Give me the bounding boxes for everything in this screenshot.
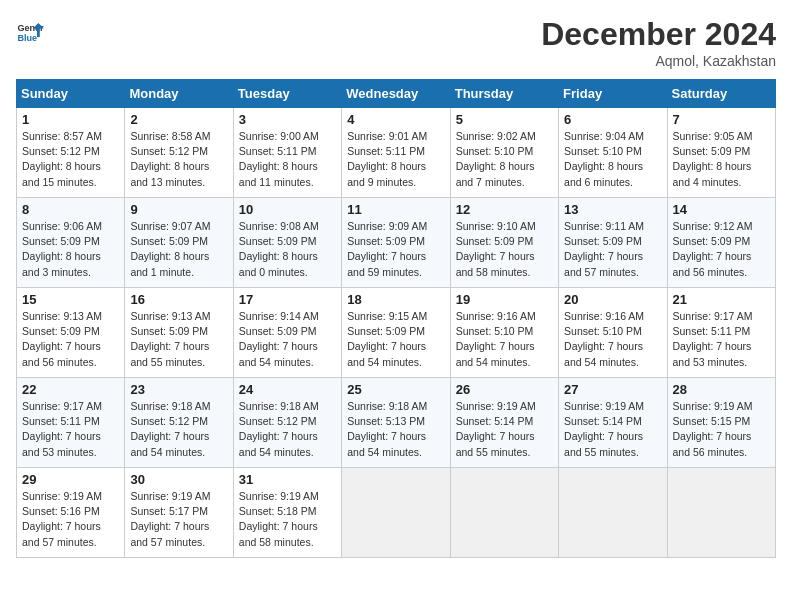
day-number: 2 bbox=[130, 112, 227, 127]
day-number: 13 bbox=[564, 202, 661, 217]
calendar-cell: 15Sunrise: 9:13 AM Sunset: 5:09 PM Dayli… bbox=[17, 288, 125, 378]
cell-info: Sunrise: 8:58 AM Sunset: 5:12 PM Dayligh… bbox=[130, 129, 227, 190]
day-number: 29 bbox=[22, 472, 119, 487]
day-number: 4 bbox=[347, 112, 444, 127]
day-number: 12 bbox=[456, 202, 553, 217]
cell-info: Sunrise: 9:11 AM Sunset: 5:09 PM Dayligh… bbox=[564, 219, 661, 280]
day-number: 23 bbox=[130, 382, 227, 397]
day-number: 9 bbox=[130, 202, 227, 217]
day-number: 5 bbox=[456, 112, 553, 127]
cell-info: Sunrise: 9:16 AM Sunset: 5:10 PM Dayligh… bbox=[564, 309, 661, 370]
cell-info: Sunrise: 9:07 AM Sunset: 5:09 PM Dayligh… bbox=[130, 219, 227, 280]
cell-info: Sunrise: 9:15 AM Sunset: 5:09 PM Dayligh… bbox=[347, 309, 444, 370]
calendar-cell: 27Sunrise: 9:19 AM Sunset: 5:14 PM Dayli… bbox=[559, 378, 667, 468]
calendar-cell: 25Sunrise: 9:18 AM Sunset: 5:13 PM Dayli… bbox=[342, 378, 450, 468]
day-number: 31 bbox=[239, 472, 336, 487]
day-number: 16 bbox=[130, 292, 227, 307]
cell-info: Sunrise: 9:02 AM Sunset: 5:10 PM Dayligh… bbox=[456, 129, 553, 190]
calendar-cell: 5Sunrise: 9:02 AM Sunset: 5:10 PM Daylig… bbox=[450, 108, 558, 198]
day-number: 22 bbox=[22, 382, 119, 397]
day-number: 14 bbox=[673, 202, 770, 217]
page-header: General Blue December 2024 Aqmol, Kazakh… bbox=[16, 16, 776, 69]
calendar-cell: 12Sunrise: 9:10 AM Sunset: 5:09 PM Dayli… bbox=[450, 198, 558, 288]
calendar-body: 1Sunrise: 8:57 AM Sunset: 5:12 PM Daylig… bbox=[17, 108, 776, 558]
calendar-cell bbox=[342, 468, 450, 558]
calendar-cell: 23Sunrise: 9:18 AM Sunset: 5:12 PM Dayli… bbox=[125, 378, 233, 468]
calendar-cell: 7Sunrise: 9:05 AM Sunset: 5:09 PM Daylig… bbox=[667, 108, 775, 198]
cell-info: Sunrise: 9:18 AM Sunset: 5:13 PM Dayligh… bbox=[347, 399, 444, 460]
cell-info: Sunrise: 9:01 AM Sunset: 5:11 PM Dayligh… bbox=[347, 129, 444, 190]
calendar-cell: 21Sunrise: 9:17 AM Sunset: 5:11 PM Dayli… bbox=[667, 288, 775, 378]
calendar-cell: 13Sunrise: 9:11 AM Sunset: 5:09 PM Dayli… bbox=[559, 198, 667, 288]
calendar-cell: 26Sunrise: 9:19 AM Sunset: 5:14 PM Dayli… bbox=[450, 378, 558, 468]
logo-icon: General Blue bbox=[16, 16, 44, 44]
location: Aqmol, Kazakhstan bbox=[541, 53, 776, 69]
calendar-cell: 8Sunrise: 9:06 AM Sunset: 5:09 PM Daylig… bbox=[17, 198, 125, 288]
header-sunday: Sunday bbox=[17, 80, 125, 108]
cell-info: Sunrise: 9:19 AM Sunset: 5:16 PM Dayligh… bbox=[22, 489, 119, 550]
day-number: 11 bbox=[347, 202, 444, 217]
calendar-cell: 31Sunrise: 9:19 AM Sunset: 5:18 PM Dayli… bbox=[233, 468, 341, 558]
cell-info: Sunrise: 9:17 AM Sunset: 5:11 PM Dayligh… bbox=[22, 399, 119, 460]
header-monday: Monday bbox=[125, 80, 233, 108]
day-number: 10 bbox=[239, 202, 336, 217]
calendar-week-4: 29Sunrise: 9:19 AM Sunset: 5:16 PM Dayli… bbox=[17, 468, 776, 558]
calendar-week-1: 8Sunrise: 9:06 AM Sunset: 5:09 PM Daylig… bbox=[17, 198, 776, 288]
calendar-cell: 14Sunrise: 9:12 AM Sunset: 5:09 PM Dayli… bbox=[667, 198, 775, 288]
calendar-week-3: 22Sunrise: 9:17 AM Sunset: 5:11 PM Dayli… bbox=[17, 378, 776, 468]
cell-info: Sunrise: 9:16 AM Sunset: 5:10 PM Dayligh… bbox=[456, 309, 553, 370]
header-friday: Friday bbox=[559, 80, 667, 108]
calendar-cell: 4Sunrise: 9:01 AM Sunset: 5:11 PM Daylig… bbox=[342, 108, 450, 198]
cell-info: Sunrise: 9:10 AM Sunset: 5:09 PM Dayligh… bbox=[456, 219, 553, 280]
calendar-cell: 17Sunrise: 9:14 AM Sunset: 5:09 PM Dayli… bbox=[233, 288, 341, 378]
calendar-cell bbox=[559, 468, 667, 558]
day-number: 15 bbox=[22, 292, 119, 307]
calendar-cell: 3Sunrise: 9:00 AM Sunset: 5:11 PM Daylig… bbox=[233, 108, 341, 198]
day-number: 1 bbox=[22, 112, 119, 127]
cell-info: Sunrise: 9:00 AM Sunset: 5:11 PM Dayligh… bbox=[239, 129, 336, 190]
day-number: 21 bbox=[673, 292, 770, 307]
calendar-table: SundayMondayTuesdayWednesdayThursdayFrid… bbox=[16, 79, 776, 558]
cell-info: Sunrise: 9:17 AM Sunset: 5:11 PM Dayligh… bbox=[673, 309, 770, 370]
cell-info: Sunrise: 9:19 AM Sunset: 5:18 PM Dayligh… bbox=[239, 489, 336, 550]
day-number: 30 bbox=[130, 472, 227, 487]
cell-info: Sunrise: 9:18 AM Sunset: 5:12 PM Dayligh… bbox=[130, 399, 227, 460]
day-number: 7 bbox=[673, 112, 770, 127]
calendar-cell: 11Sunrise: 9:09 AM Sunset: 5:09 PM Dayli… bbox=[342, 198, 450, 288]
cell-info: Sunrise: 9:13 AM Sunset: 5:09 PM Dayligh… bbox=[22, 309, 119, 370]
svg-text:Blue: Blue bbox=[17, 33, 37, 43]
calendar-cell: 20Sunrise: 9:16 AM Sunset: 5:10 PM Dayli… bbox=[559, 288, 667, 378]
cell-info: Sunrise: 9:19 AM Sunset: 5:15 PM Dayligh… bbox=[673, 399, 770, 460]
calendar-cell: 10Sunrise: 9:08 AM Sunset: 5:09 PM Dayli… bbox=[233, 198, 341, 288]
calendar-cell: 22Sunrise: 9:17 AM Sunset: 5:11 PM Dayli… bbox=[17, 378, 125, 468]
day-number: 28 bbox=[673, 382, 770, 397]
calendar-header-row: SundayMondayTuesdayWednesdayThursdayFrid… bbox=[17, 80, 776, 108]
cell-info: Sunrise: 9:05 AM Sunset: 5:09 PM Dayligh… bbox=[673, 129, 770, 190]
logo: General Blue bbox=[16, 16, 44, 44]
cell-info: Sunrise: 9:12 AM Sunset: 5:09 PM Dayligh… bbox=[673, 219, 770, 280]
day-number: 8 bbox=[22, 202, 119, 217]
calendar-cell: 2Sunrise: 8:58 AM Sunset: 5:12 PM Daylig… bbox=[125, 108, 233, 198]
cell-info: Sunrise: 8:57 AM Sunset: 5:12 PM Dayligh… bbox=[22, 129, 119, 190]
calendar-cell: 29Sunrise: 9:19 AM Sunset: 5:16 PM Dayli… bbox=[17, 468, 125, 558]
cell-info: Sunrise: 9:13 AM Sunset: 5:09 PM Dayligh… bbox=[130, 309, 227, 370]
cell-info: Sunrise: 9:09 AM Sunset: 5:09 PM Dayligh… bbox=[347, 219, 444, 280]
calendar-cell: 9Sunrise: 9:07 AM Sunset: 5:09 PM Daylig… bbox=[125, 198, 233, 288]
cell-info: Sunrise: 9:08 AM Sunset: 5:09 PM Dayligh… bbox=[239, 219, 336, 280]
day-number: 26 bbox=[456, 382, 553, 397]
calendar-cell: 18Sunrise: 9:15 AM Sunset: 5:09 PM Dayli… bbox=[342, 288, 450, 378]
calendar-cell: 1Sunrise: 8:57 AM Sunset: 5:12 PM Daylig… bbox=[17, 108, 125, 198]
cell-info: Sunrise: 9:19 AM Sunset: 5:17 PM Dayligh… bbox=[130, 489, 227, 550]
calendar-cell: 30Sunrise: 9:19 AM Sunset: 5:17 PM Dayli… bbox=[125, 468, 233, 558]
day-number: 20 bbox=[564, 292, 661, 307]
cell-info: Sunrise: 9:06 AM Sunset: 5:09 PM Dayligh… bbox=[22, 219, 119, 280]
day-number: 3 bbox=[239, 112, 336, 127]
month-title: December 2024 bbox=[541, 16, 776, 53]
day-number: 25 bbox=[347, 382, 444, 397]
cell-info: Sunrise: 9:19 AM Sunset: 5:14 PM Dayligh… bbox=[564, 399, 661, 460]
calendar-week-0: 1Sunrise: 8:57 AM Sunset: 5:12 PM Daylig… bbox=[17, 108, 776, 198]
header-thursday: Thursday bbox=[450, 80, 558, 108]
cell-info: Sunrise: 9:14 AM Sunset: 5:09 PM Dayligh… bbox=[239, 309, 336, 370]
calendar-cell bbox=[667, 468, 775, 558]
calendar-cell: 19Sunrise: 9:16 AM Sunset: 5:10 PM Dayli… bbox=[450, 288, 558, 378]
